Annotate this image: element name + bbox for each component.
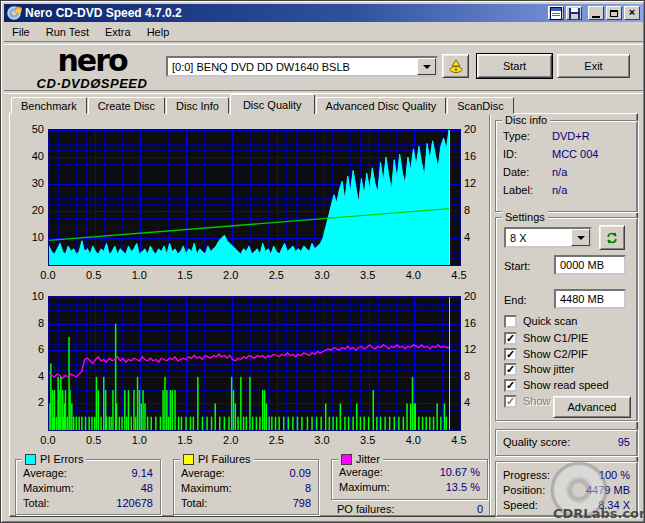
save-icon [569,8,580,19]
checkbox-icon: ✓ [504,395,517,408]
chevron-down-icon [577,236,585,240]
axis-tick-label: 4.0 [406,269,421,281]
axis-tick-label: 0.5 [86,434,101,446]
speed-select-dropdown[interactable] [571,229,590,246]
drive-select[interactable]: [0:0] BENQ DVD DD DW1640 BSLB [166,56,438,77]
checkbox-show-c1-pie[interactable]: ✓Show C1/PIE [504,331,588,345]
axis-tick-label: 10 [10,231,44,243]
tab-scandisc[interactable]: ScanDisc [447,97,513,114]
axis-tick-label: 2.0 [223,269,238,281]
advanced-button-label: Advanced [568,401,617,413]
window-title: Nero CD-DVD Speed 4.7.0.2 [25,6,546,20]
checkbox-icon: ✓ [504,348,517,361]
menu-run-test[interactable]: Run Test [38,25,97,39]
axis-tick-label: 1.0 [132,434,147,446]
pi-failures-stats: PI Failures Average:0.09 Maximum:8 Total… [173,459,319,515]
jitter-stats: Jitter Average:10.67 % Maximum:13.5 % [331,459,488,500]
start-position-label: Start: [504,260,530,272]
axis-tick-label: 4 [10,370,44,382]
axis-tick-label: 6 [10,343,44,355]
axis-tick-label: 4 [464,396,470,408]
exit-button-label: Exit [584,60,602,72]
start-button-label: Start [503,60,526,72]
save-button[interactable] [566,6,582,20]
pi-failures-jitter-chart: 246810481216200.00.51.01.52.02.53.03.54.… [13,288,483,446]
axis-tick-label: 40 [10,150,44,162]
end-position-label: End: [504,294,527,306]
axis-tick-label: 1.5 [177,269,192,281]
advanced-button[interactable]: Advanced [553,396,631,418]
axis-tick-label: 1.5 [177,434,192,446]
checkbox-icon: ✓ [504,379,517,392]
axis-tick-label: 12 [464,177,476,189]
speed-select-value: 8 X [506,232,571,244]
speed-select[interactable]: 8 X [504,227,592,248]
settings-panel: Settings 8 X Start: 0000 MB End: 4480 MB… [495,217,638,421]
axis-tick-label: 8 [10,317,44,329]
axis-tick-label: 2.5 [269,434,284,446]
axis-tick-label: 4.5 [451,434,466,446]
tab-strip: Benchmark Create Disc Disc Info Disc Qua… [11,94,515,114]
disc-glyph-icon: Ø [90,76,101,91]
position-value: 4479 MB [586,484,630,496]
axis-tick-label: 20 [464,290,476,302]
report-icon [550,7,562,20]
refresh-icon [605,231,619,245]
pi-errors-swatch-icon [25,454,36,465]
axis-tick-label: 2.0 [223,434,238,446]
minimize-button[interactable] [588,6,604,20]
checkbox-show-read-speed[interactable]: ✓Show read speed [504,378,609,392]
progress-value: 100 % [599,469,630,481]
axis-tick-label: 0.0 [40,269,55,281]
pi-errors-chart: 1020304050481216200.00.51.01.52.02.53.03… [13,121,483,283]
tab-disc-info[interactable]: Disc Info [166,97,229,114]
checkbox-icon: ✓ [504,332,517,345]
axis-tick-label: 2 [10,396,44,408]
po-failures-row: PO failures:0 [337,503,483,515]
menu-help[interactable]: Help [139,25,178,39]
menu-file[interactable]: File [4,25,38,39]
axis-tick-label: 1.0 [132,269,147,281]
axis-tick-label: 4.0 [406,434,421,446]
maximize-icon [610,10,618,17]
axis-tick-label: 3.5 [360,434,375,446]
menu-extra[interactable]: Extra [97,25,139,39]
axis-tick-label: 0.0 [40,434,55,446]
checkbox-quick-scan[interactable]: Quick scan [504,314,577,328]
axis-tick-label: 50 [10,123,44,135]
end-position-input[interactable]: 4480 MB [554,289,626,309]
eject-button[interactable] [442,54,469,78]
axis-tick-label: 20 [10,204,44,216]
maximize-button[interactable] [606,6,622,20]
axis-tick-label: 20 [464,123,476,135]
app-icon [7,6,21,20]
checkbox-show-jitter[interactable]: ✓Show jitter [504,362,574,376]
close-button[interactable]: × [624,6,640,20]
axis-tick-label: 3.5 [360,269,375,281]
axis-tick-label: 8 [464,370,470,382]
end-position-value: 4480 MB [560,293,604,305]
close-icon: × [629,7,635,18]
axis-tick-label: 4.5 [451,269,466,281]
exit-button[interactable]: Exit [557,54,630,78]
tab-disc-quality[interactable]: Disc Quality [230,94,315,114]
quality-score-value: 95 [618,436,630,448]
axis-tick-label: 12 [464,343,476,355]
report-button[interactable] [548,6,564,20]
menu-bar: File Run Test Extra Help [4,23,643,41]
nero-logo-subtext: CD·DVDØSPEED [17,77,167,90]
axis-tick-label: 2.5 [269,269,284,281]
refresh-button[interactable] [599,225,625,250]
axis-tick-label: 30 [10,177,44,189]
cdrlabs-watermark: CDRLabs.com [553,506,643,521]
tab-create-disc[interactable]: Create Disc [88,97,165,114]
tab-advanced-disc-quality[interactable]: Advanced Disc Quality [316,97,447,114]
minimize-icon [592,16,600,18]
eject-icon [448,58,464,74]
drive-select-dropdown[interactable] [417,58,436,75]
pi-failures-swatch-icon [183,454,194,465]
start-position-input[interactable]: 0000 MB [554,255,626,275]
start-button[interactable]: Start [477,54,552,78]
tab-benchmark[interactable]: Benchmark [11,97,87,114]
checkbox-show-c2-pif[interactable]: ✓Show C2/PIF [504,347,588,361]
